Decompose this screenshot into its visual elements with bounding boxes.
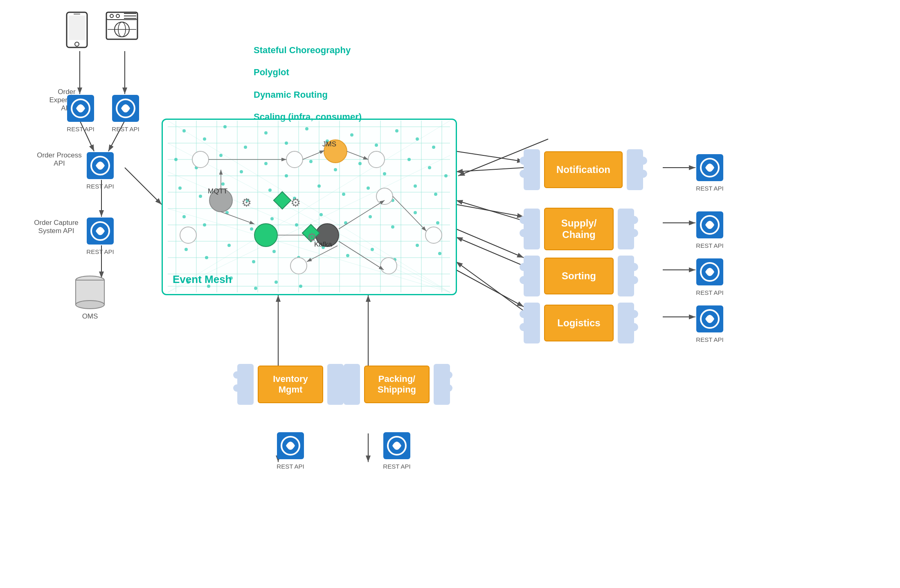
notification-box: Notification [544,151,623,188]
feature-1: Stateful Choreography [254,45,362,56]
svg-line-112 [456,229,524,258]
rest-api-logistics: REST API [695,305,724,343]
svg-line-114 [456,262,524,311]
svg-line-115 [456,270,524,307]
event-mesh-box: JMS MQTT Kafka Event Mesh [162,119,457,295]
order-capture-label: Order CaptureSystem API [29,219,84,235]
sorting-box: Sorting [544,258,614,294]
svg-line-110 [456,200,524,221]
phone-icon [65,11,89,50]
rest-api-4: REST API [86,217,115,255]
logistics-box: Logistics [544,305,614,341]
rest-api-packing: REST API [382,431,411,470]
rest-api-1: REST API [66,94,95,132]
rest-api-inv-label: REST API [276,463,305,470]
rest-api-sort-label: REST API [695,289,724,296]
rest-api-3-label: REST API [86,183,115,190]
rest-api-supply: REST API [695,211,724,249]
svg-line-107 [125,168,162,204]
kafka-label: Kafka [314,240,332,249]
svg-rect-155 [74,13,80,15]
sorting-service: Sorting [524,251,634,301]
packing-box: Packing/Shipping [364,366,430,403]
rest-api-sorting: REST API [695,258,724,296]
feature-3: Dynamic Routing [254,90,362,100]
order-process-label: Order ProcessAPI [33,151,86,168]
rest-api-pack-label: REST API [382,463,411,470]
mqtt-label: MQTT [208,187,227,195]
rest-api-1-label: REST API [66,126,95,132]
svg-line-111 [456,204,524,217]
notification-service: Notification [524,145,643,194]
rest-api-s-label: REST API [695,242,724,249]
rest-api-n-label: REST API [695,185,724,192]
svg-line-108 [456,151,524,162]
inventory-service: IventoryMgmt REST API [237,360,344,470]
rest-api-2: REST API [111,94,140,132]
rest-api-3: REST API [86,151,115,190]
supply-box: Supply/Chaing [544,208,614,250]
packing-service: Packing/Shipping REST API [344,360,450,470]
svg-point-158 [110,14,113,18]
diagram-container: ⚙ ⚙ ⚙ Stateful Choreography Polyglot Dyn… [0,0,900,588]
logistics-service: Logistics [524,298,634,348]
feature-2: Polyglot [254,67,362,78]
browser-icon [106,11,138,42]
event-mesh-label: Event Mesh [173,273,232,286]
svg-line-109 [456,168,524,172]
rest-api-4-label: REST API [86,248,115,255]
rest-api-2-label: REST API [111,126,140,132]
rest-api-inventory: REST API [276,431,305,470]
svg-point-159 [116,14,119,18]
svg-point-176 [76,301,104,309]
inventory-box: IventoryMgmt [258,366,323,403]
oms-cylinder: OMS [74,274,106,321]
oms-label: OMS [74,312,106,321]
svg-line-113 [456,237,524,266]
supply-service: Supply/Chaing [524,204,634,254]
rest-api-log-label: REST API [695,336,724,343]
svg-rect-153 [69,16,85,40]
svg-point-154 [75,42,79,46]
rest-api-notification: REST API [695,153,724,192]
jms-label: JMS [322,140,336,148]
